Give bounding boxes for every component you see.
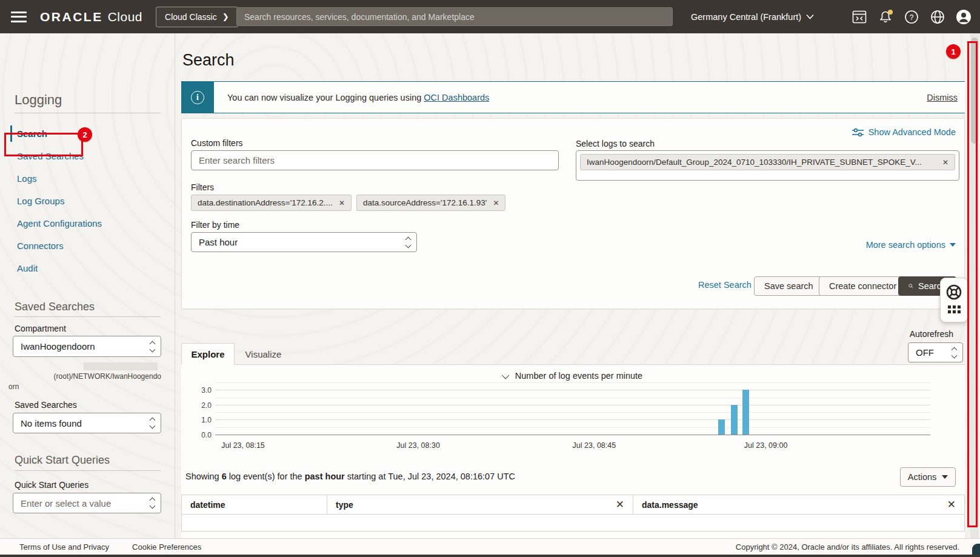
quick-start-placeholder: Enter or select a value xyxy=(21,498,111,509)
oci-dashboards-link[interactable]: OCI Dashboards xyxy=(424,93,489,102)
select-logs-label: Select logs to search xyxy=(576,139,655,148)
chevron-right-icon: ❯ xyxy=(222,12,229,21)
topbar-icons: ? xyxy=(852,0,972,33)
caret-down-icon xyxy=(950,243,956,247)
bar-Jul 23, 08:52[interactable] xyxy=(718,419,725,435)
search-filter-panel: Show Advanced Mode Custom filters Select… xyxy=(181,118,965,309)
footer: Terms of Use and Privacy Cookie Preferen… xyxy=(0,538,980,555)
sidebar-item-log-groups[interactable]: Log Groups xyxy=(0,190,175,212)
bar-Jul 23, 08:54[interactable] xyxy=(742,390,749,435)
y-tick-label: 0.0 xyxy=(187,431,212,439)
cookie-preferences-link[interactable]: Cookie Preferences xyxy=(132,542,201,552)
cloud-shell-icon[interactable] xyxy=(852,9,867,25)
x-tick-label: Jul 23, 08:15 xyxy=(210,441,276,450)
filter-chips-row: data.destinationAddress='172.16.2....✕da… xyxy=(191,195,505,211)
filters-label: Filters xyxy=(191,182,214,192)
dismiss-link[interactable]: Dismiss xyxy=(927,82,965,113)
sidebar-item-connectors[interactable]: Connectors xyxy=(0,235,175,257)
divider xyxy=(15,113,161,113)
hamburger-menu-icon[interactable] xyxy=(11,12,27,22)
save-search-button[interactable]: Save search xyxy=(754,276,824,296)
saved-searches-select[interactable]: No items found xyxy=(13,413,161,433)
actions-button[interactable]: Actions xyxy=(900,467,956,487)
gridline xyxy=(215,405,930,405)
cloud-classic-label: Cloud Classic xyxy=(165,12,217,22)
user-avatar[interactable] xyxy=(956,9,972,25)
sidebar-item-audit[interactable]: Audit xyxy=(0,257,175,279)
column-header-type[interactable]: type✕ xyxy=(327,495,633,515)
annotation-rect-2 xyxy=(4,133,83,156)
actions-label: Actions xyxy=(908,472,937,482)
remove-log-icon[interactable]: ✕ xyxy=(942,158,948,167)
gridline xyxy=(215,390,930,390)
oracle-cloud-logo[interactable]: ORACLE Cloud xyxy=(40,10,142,24)
redacted-text-block xyxy=(84,362,158,370)
page-title: Search xyxy=(182,51,235,70)
filter-by-time-label: Filter by time xyxy=(191,220,239,230)
filter-by-time-value: Past hour xyxy=(199,237,238,247)
select-chevrons-icon xyxy=(150,418,155,428)
results-table: datetimetype✕data.message✕ xyxy=(181,495,965,532)
compartment-path-line2: orn xyxy=(8,382,19,391)
x-axis-line xyxy=(215,435,930,435)
terms-link[interactable]: Terms of Use and Privacy xyxy=(19,542,109,552)
remove-filter-icon[interactable]: ✕ xyxy=(493,199,499,207)
support-widget[interactable] xyxy=(940,278,968,322)
remove-filter-icon[interactable]: ✕ xyxy=(339,199,345,207)
column-header-data.message[interactable]: data.message✕ xyxy=(633,495,964,515)
clear-column-filter-icon[interactable]: ✕ xyxy=(616,498,624,511)
custom-filters-label: Custom filters xyxy=(191,138,243,148)
info-banner: i You can now visualize your Logging que… xyxy=(181,81,965,113)
reset-search-link[interactable]: Reset Search xyxy=(698,280,752,290)
region-selector[interactable]: Germany Central (Frankfurt) xyxy=(691,0,814,33)
global-search-input[interactable] xyxy=(236,7,673,26)
cloud-classic-button[interactable]: Cloud Classic ❯ xyxy=(156,7,238,27)
corner-widget[interactable] xyxy=(972,544,980,555)
sidebar-title: Logging xyxy=(15,92,62,108)
gridline xyxy=(215,382,930,383)
clear-column-filter-icon[interactable]: ✕ xyxy=(947,498,956,511)
filter-chip-label: data.destinationAddress='172.16.2.... xyxy=(198,198,333,207)
show-advanced-mode-link[interactable]: Show Advanced Mode xyxy=(852,127,956,137)
compartment-select[interactable]: IwanHoogendoorn xyxy=(13,336,161,357)
compartment-value: IwanHoogendoorn xyxy=(21,341,95,352)
sidebar-item-logs[interactable]: Logs xyxy=(0,167,175,190)
gridline xyxy=(215,427,930,428)
language-globe-icon[interactable] xyxy=(930,9,945,25)
sidebar: Logging SearchSaved SearchesLogsLog Grou… xyxy=(0,33,175,538)
notifications-bell-icon[interactable] xyxy=(878,9,893,25)
quick-start-select[interactable]: Enter or select a value xyxy=(13,493,161,513)
bar-Jul 23, 08:53[interactable] xyxy=(731,405,738,435)
compartment-label: Compartment xyxy=(15,324,66,333)
filter-chip: data.sourceAddress='172.16.1.93'✕ xyxy=(356,195,506,211)
selected-logs-box[interactable]: IwanHoogendoorn/Default_Group_2024_0710_… xyxy=(576,150,959,181)
filter-chip-label: data.sourceAddress='172.16.1.93' xyxy=(363,198,487,207)
quick-start-label: Quick Start Queries xyxy=(15,480,88,490)
y-tick-label: 1.0 xyxy=(187,416,212,424)
banner-message: You can now visualize your Logging queri… xyxy=(214,82,927,113)
column-header-datetime[interactable]: datetime xyxy=(182,495,327,515)
bottom-strip xyxy=(0,555,980,557)
tab-explore[interactable]: Explore xyxy=(181,343,235,365)
tab-visualize[interactable]: Visualize xyxy=(235,343,292,365)
custom-filters-input[interactable] xyxy=(191,150,559,170)
selected-log-chip-label: IwanHoogendoorn/Default_Group_2024_0710_… xyxy=(587,158,922,167)
gridline xyxy=(215,419,930,420)
create-connector-button[interactable]: Create connector xyxy=(819,276,907,296)
filter-chip: data.destinationAddress='172.16.2....✕ xyxy=(191,195,352,211)
filter-by-time-select[interactable]: Past hour xyxy=(191,232,417,252)
copyright-text: Copyright © 2024, Oracle and/or its affi… xyxy=(736,542,959,552)
saved-searches-label: Saved Searches xyxy=(15,400,77,410)
sidebar-item-agent-configurations[interactable]: Agent Configurations xyxy=(0,212,175,235)
top-bar: ORACLE Cloud Cloud Classic ❯ Germany Cen… xyxy=(0,0,980,33)
autorefresh-select[interactable]: OFF xyxy=(908,342,963,362)
annotation-badge-1: 1 xyxy=(946,44,961,59)
chart-title[interactable]: Number of log events per minute xyxy=(181,371,965,381)
help-icon[interactable]: ? xyxy=(904,9,919,25)
more-search-options-link[interactable]: More search options xyxy=(866,240,956,250)
drag-dots-icon[interactable] xyxy=(948,305,961,313)
saved-searches-value: No items found xyxy=(21,418,82,429)
life-ring-icon xyxy=(945,283,963,301)
event-count: 6 xyxy=(222,472,227,481)
banner-accent: i xyxy=(181,82,214,113)
